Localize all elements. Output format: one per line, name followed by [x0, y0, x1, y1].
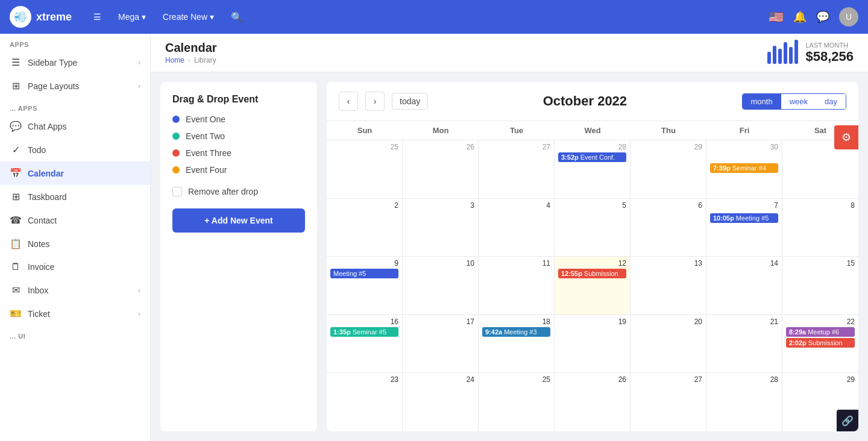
calendar-view-buttons: month week day	[742, 93, 846, 110]
search-button[interactable]: 🔍	[231, 11, 243, 23]
today-button[interactable]: today	[392, 93, 428, 110]
sidebar-item-taskboard[interactable]: ⊞ Taskboard	[0, 185, 150, 208]
sidebar-item-label: Page Layouts	[28, 81, 80, 91]
cal-cell-oct16[interactable]: 16 1:35p Seminar #5	[327, 315, 403, 373]
cal-cell-oct13[interactable]: 13	[631, 257, 706, 314]
chat-apps-icon: 💬	[10, 120, 22, 132]
event-submission22[interactable]: 2:02p Submission	[786, 338, 855, 348]
remove-checkbox[interactable]	[172, 187, 182, 196]
sidebar-item-label: Notes	[28, 239, 50, 249]
event-event-conf[interactable]: 3:52p Event Conf.	[558, 152, 626, 162]
cal-cell-oct3[interactable]: 3	[403, 199, 479, 257]
sidebar-item-invoice[interactable]: 🗒 Invoice	[0, 255, 150, 278]
sidebar-item-chat-apps[interactable]: 💬 Chat Apps	[0, 114, 150, 138]
cal-cell-oct12[interactable]: 12 12:55p Submission	[555, 257, 631, 314]
breadcrumb-library: Library	[194, 56, 216, 64]
sidebar-item-ticket[interactable]: 🎫 Ticket ›	[0, 302, 150, 325]
app-logo[interactable]: 💨 xtreme	[10, 6, 72, 28]
sidebar-item-contact[interactable]: ☎ Contact	[0, 208, 150, 232]
cal-cell-oct27[interactable]: 27	[631, 373, 706, 431]
sidebar-item-label: Taskboard	[28, 192, 67, 202]
link-icon: 🔗	[841, 415, 854, 427]
event-meetup6[interactable]: 8:29a Meetup #6	[786, 327, 855, 337]
flag-icon[interactable]: 🇺🇸	[769, 10, 784, 24]
sidebar-item-page-layouts[interactable]: ⊞ Page Layouts ›	[0, 74, 150, 98]
cal-cell-oct21[interactable]: 21	[706, 315, 782, 373]
cal-cell-oct18[interactable]: 18 9:42a Meeting #3	[479, 315, 555, 373]
cal-cell-oct19[interactable]: 19	[555, 315, 631, 373]
page-header-left: Calendar Home › Library	[165, 41, 217, 64]
cal-cell-oct24[interactable]: 24	[403, 373, 479, 431]
cal-cell-oct6[interactable]: 6	[631, 199, 706, 257]
event-item-two[interactable]: Event Two	[172, 131, 305, 141]
sidebar-item-sidebar-type[interactable]: ☰ Sidebar Type ›	[0, 51, 150, 74]
cal-cell-oct9[interactable]: 9 Meeting #5	[327, 257, 403, 314]
hamburger-menu[interactable]: ☰	[89, 10, 106, 24]
sidebar-item-label: Sidebar Type	[28, 58, 77, 67]
add-event-button[interactable]: + Add New Event	[172, 208, 305, 233]
month-view-button[interactable]: month	[743, 94, 781, 109]
sidebar-item-todo[interactable]: ✓ Todo	[0, 138, 150, 161]
event-seminar5[interactable]: 1:35p Seminar #5	[330, 327, 398, 337]
cal-cell-oct22[interactable]: 22 8:29a Meetup #6 2:02p Submission	[782, 315, 858, 373]
bar-4	[784, 42, 787, 64]
cal-cell-oct26[interactable]: 26	[555, 373, 631, 431]
calendar-body: 25 26 27 28 3:52p Event Conf. 29	[327, 140, 858, 431]
day-view-button[interactable]: day	[816, 94, 846, 109]
event-item-three[interactable]: Event Three	[172, 148, 305, 158]
cal-cell-oct28[interactable]: 28	[706, 373, 782, 431]
page-header: Calendar Home › Library	[151, 34, 868, 72]
event-seminar4[interactable]: 7:39p Seminar #4	[710, 163, 778, 173]
event-meeting5-fri[interactable]: 10:05p Meeting #5	[710, 213, 778, 223]
calendar-area: Drag & Drop Event Event One Event Two Ev…	[151, 72, 868, 441]
sidebar-item-notes[interactable]: 📋 Notes	[0, 232, 150, 255]
cal-cell-oct14[interactable]: 14	[706, 257, 782, 314]
cal-cell-oct17[interactable]: 17	[403, 315, 479, 373]
event-meeting5-sun[interactable]: Meeting #5	[330, 269, 398, 278]
sidebar-item-calendar[interactable]: 📅 Calendar	[0, 161, 150, 185]
cal-cell-oct2[interactable]: 2	[327, 199, 403, 257]
breadcrumb-home[interactable]: Home	[165, 56, 184, 64]
next-month-button[interactable]: ›	[365, 92, 385, 111]
event-item-one[interactable]: Event One	[172, 114, 305, 124]
cal-cell-sep25[interactable]: 25	[327, 140, 403, 198]
event-submission12[interactable]: 12:55p Submission	[558, 269, 626, 278]
cal-cell-oct20[interactable]: 20	[631, 315, 706, 373]
mega-menu[interactable]: Mega ▾	[113, 10, 151, 24]
cal-cell-sep27[interactable]: 27	[479, 140, 555, 198]
last-month-label: LAST MONTH	[805, 42, 854, 49]
cal-cell-oct7[interactable]: 7 10:05p Meeting #5	[706, 199, 782, 257]
cal-cell-oct25[interactable]: 25	[479, 373, 555, 431]
bell-icon[interactable]: 🔔	[793, 10, 807, 23]
chat-icon[interactable]: 💬	[816, 10, 829, 23]
cal-cell-oct11[interactable]: 11	[479, 257, 555, 314]
link-icon-button[interactable]: 🔗	[837, 410, 858, 431]
day-name-wed: Wed	[555, 121, 631, 140]
week-view-button[interactable]: week	[781, 94, 816, 109]
prev-month-button[interactable]: ‹	[339, 92, 358, 111]
sidebar-item-label: Chat Apps	[28, 122, 67, 131]
cal-cell-sep30[interactable]: 30 7:39p Seminar #4	[706, 140, 782, 198]
sidebar-item-inbox[interactable]: ✉ Inbox ›	[0, 278, 150, 302]
cal-cell-oct23[interactable]: 23	[327, 373, 403, 431]
cal-cell-sep29[interactable]: 29	[631, 140, 706, 198]
bar-2	[773, 46, 776, 64]
avatar[interactable]: U	[839, 7, 858, 27]
logo-icon: 💨	[10, 6, 31, 28]
cal-cell-oct8[interactable]: 8	[782, 199, 858, 257]
calendar-week-4: 16 1:35p Seminar #5 17 18 9:42a	[327, 315, 858, 374]
cal-cell-sep26[interactable]: 26	[403, 140, 479, 198]
create-new-menu[interactable]: Create New ▾	[158, 10, 219, 24]
event-label-four: Event Four	[186, 165, 227, 175]
cal-cell-oct10[interactable]: 10	[403, 257, 479, 314]
sidebar-item-label: Invoice	[28, 262, 54, 272]
cal-cell-sep28[interactable]: 28 3:52p Event Conf.	[555, 140, 631, 198]
settings-float-button[interactable]: ⚙	[834, 125, 858, 149]
cal-cell-oct15[interactable]: 15	[782, 257, 858, 314]
event-meeting3[interactable]: 9:42a Meeting #3	[482, 327, 550, 337]
cal-cell-oct4[interactable]: 4	[479, 199, 555, 257]
page-title: Calendar	[165, 41, 217, 55]
event-dot-four	[172, 166, 180, 174]
cal-cell-oct5[interactable]: 5	[555, 199, 631, 257]
event-item-four[interactable]: Event Four	[172, 165, 305, 175]
